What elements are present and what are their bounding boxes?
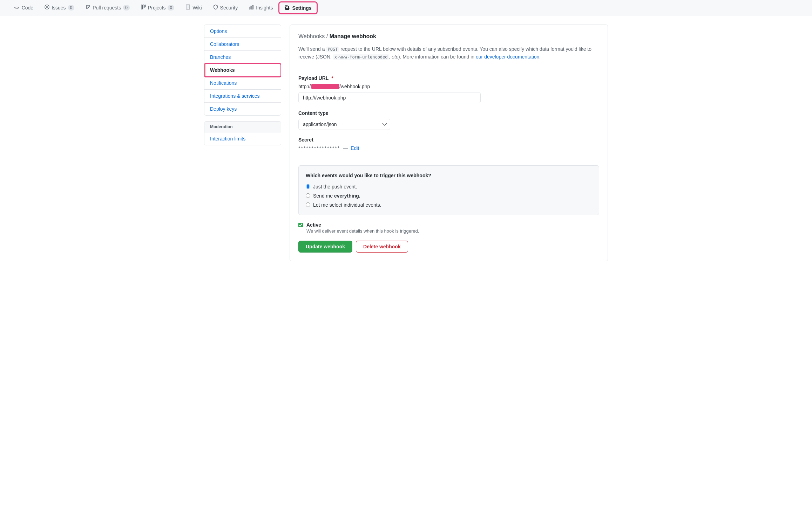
- sidebar: Options Collaborators Branches Webhooks …: [204, 25, 281, 261]
- svg-rect-6: [141, 5, 143, 9]
- delete-webhook-button[interactable]: Delete webhook: [356, 241, 408, 253]
- nav-settings-label: Settings: [292, 5, 311, 11]
- nav-settings[interactable]: Settings: [278, 1, 317, 14]
- insights-icon: [249, 5, 254, 11]
- radio-everything-input[interactable]: [306, 193, 310, 198]
- nav-security-label: Security: [220, 5, 238, 11]
- nav-projects-label: Projects: [148, 5, 166, 11]
- nav-issues-label: Issues: [52, 5, 66, 11]
- sidebar-item-options[interactable]: Options: [204, 25, 281, 38]
- secret-masked: ****************: [298, 145, 340, 151]
- projects-badge: 0: [168, 5, 174, 11]
- nav-insights[interactable]: Insights: [243, 0, 278, 15]
- breadcrumb-separator: /: [326, 33, 330, 39]
- payload-url-input[interactable]: [298, 92, 481, 103]
- svg-rect-7: [143, 5, 144, 8]
- sidebar-item-collaborators[interactable]: Collaborators: [204, 38, 281, 51]
- svg-rect-8: [145, 5, 146, 7]
- radio-group: Just the push event. Send me everything.…: [306, 184, 592, 208]
- active-checkbox[interactable]: [298, 223, 303, 227]
- top-nav: <> Code Issues 0 Pull requests 0 Project…: [0, 0, 812, 16]
- moderation-header: Moderation: [204, 122, 281, 132]
- radio-everything[interactable]: Send me everything.: [306, 193, 592, 199]
- svg-rect-14: [251, 6, 252, 9]
- sidebar-item-integrations[interactable]: Integrations & services: [204, 90, 281, 103]
- nav-code-label: Code: [22, 5, 33, 11]
- svg-point-2: [86, 5, 88, 7]
- projects-icon: [141, 5, 146, 11]
- pr-badge: 0: [123, 5, 130, 11]
- main-content: Webhooks / Manage webhook We'll send a P…: [290, 25, 608, 261]
- content-type-group: Content type application/json applicatio…: [298, 110, 599, 130]
- svg-point-4: [89, 5, 90, 7]
- nav-insights-label: Insights: [256, 5, 273, 11]
- events-section: Which events would you like to trigger t…: [298, 165, 599, 215]
- nav-pr-label: Pull requests: [93, 5, 121, 11]
- redacted-url-part: [311, 84, 339, 89]
- svg-point-1: [46, 6, 48, 8]
- events-title: Which events would you like to trigger t…: [306, 173, 592, 178]
- secret-group: Secret **************** — Edit: [298, 137, 599, 151]
- divider-2: [298, 158, 599, 158]
- radio-push[interactable]: Just the push event.: [306, 184, 592, 189]
- issues-badge: 0: [68, 5, 75, 11]
- radio-everything-label: Send me everything.: [313, 193, 360, 199]
- nav-wiki-label: Wiki: [192, 5, 202, 11]
- svg-point-3: [86, 8, 88, 9]
- webhook-description: We'll send a POST request to the URL bel…: [298, 45, 599, 61]
- sidebar-item-webhooks[interactable]: Webhooks: [204, 64, 281, 77]
- button-row: Update webhook Delete webhook: [298, 241, 599, 253]
- nav-pull-requests[interactable]: Pull requests 0: [80, 0, 135, 15]
- breadcrumb: Webhooks / Manage webhook: [298, 33, 599, 40]
- payload-url-label: Payload URL *: [298, 75, 599, 81]
- content-type-select[interactable]: application/json application/x-www-form-…: [298, 119, 390, 130]
- nav-issues[interactable]: Issues 0: [39, 0, 80, 15]
- wiki-icon: [185, 5, 190, 11]
- nav-security[interactable]: Security: [208, 0, 244, 15]
- gear-icon: [284, 5, 290, 11]
- payload-url-group: Payload URL * http:// /webhook.php: [298, 75, 599, 103]
- sidebar-item-interaction-limits[interactable]: Interaction limits: [204, 132, 281, 145]
- sidebar-main-section: Options Collaborators Branches Webhooks …: [204, 25, 281, 116]
- active-section: Active We will deliver event details whe…: [298, 222, 599, 234]
- nav-code[interactable]: <> Code: [8, 1, 39, 15]
- developer-docs-link[interactable]: our developer documentation: [476, 54, 539, 60]
- breadcrumb-parent: Webhooks: [298, 33, 325, 39]
- radio-push-input[interactable]: [306, 184, 310, 189]
- secret-row: **************** — Edit: [298, 145, 599, 151]
- radio-individual-label: Let me select individual events.: [313, 202, 381, 208]
- nav-wiki[interactable]: Wiki: [180, 0, 207, 15]
- sidebar-item-notifications[interactable]: Notifications: [204, 77, 281, 90]
- secret-edit-link[interactable]: Edit: [351, 145, 359, 151]
- security-icon: [213, 5, 218, 11]
- secret-label: Secret: [298, 137, 599, 143]
- sidebar-item-deploy-keys[interactable]: Deploy keys: [204, 103, 281, 115]
- radio-individual-input[interactable]: [306, 202, 310, 207]
- svg-rect-15: [252, 5, 253, 9]
- sidebar-moderation-section: Moderation Interaction limits: [204, 121, 281, 145]
- issues-icon: [45, 5, 49, 11]
- code-icon: <>: [14, 5, 20, 10]
- radio-push-label: Just the push event.: [313, 184, 357, 189]
- radio-individual[interactable]: Let me select individual events.: [306, 202, 592, 208]
- pr-icon: [86, 5, 90, 11]
- secret-dash: —: [343, 145, 348, 151]
- nav-projects[interactable]: Projects 0: [135, 0, 180, 15]
- breadcrumb-current: Manage webhook: [330, 33, 376, 39]
- required-indicator: *: [331, 75, 333, 81]
- page-layout: Options Collaborators Branches Webhooks …: [196, 25, 616, 261]
- active-label-group: Active We will deliver event details whe…: [306, 222, 419, 234]
- content-type-label: Content type: [298, 110, 599, 116]
- active-label: Active: [306, 222, 419, 228]
- update-webhook-button[interactable]: Update webhook: [298, 241, 352, 253]
- svg-rect-13: [249, 7, 250, 9]
- active-description: We will deliver event details when this …: [306, 228, 419, 234]
- sidebar-item-branches[interactable]: Branches: [204, 51, 281, 64]
- divider-1: [298, 68, 599, 68]
